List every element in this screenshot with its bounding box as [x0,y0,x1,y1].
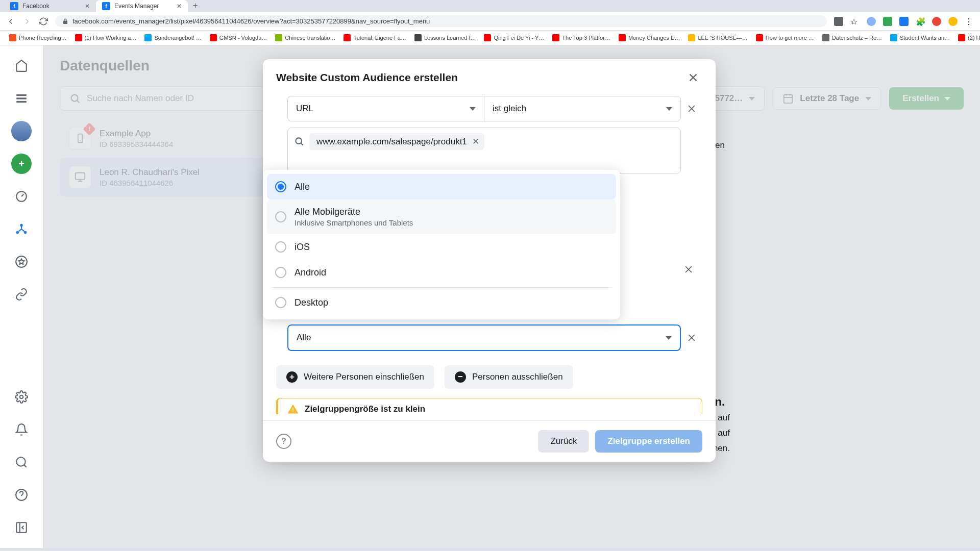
gauge-icon[interactable] [11,186,32,207]
radio-icon [275,297,286,308]
divider [271,287,612,288]
tab-title: Events Manager [114,3,159,10]
include-more-button[interactable]: + Weitere Personen einschließen [276,365,434,389]
url-condition-row: URL ist gleich [287,96,702,121]
close-icon[interactable]: ✕ [177,3,182,10]
warning-banner: ! Zielgruppengröße ist zu klein [276,398,702,414]
radio-icon [275,241,286,253]
extension-icons: ☆ 🧩 ⋮ [834,17,974,26]
help-icon[interactable]: ? [276,434,291,449]
ext-icon[interactable]: ☆ [850,17,860,26]
bookmark-item[interactable]: The Top 3 Platfor… [549,33,614,43]
bookmark-item[interactable]: Money Changes E… [616,33,683,43]
data-sources-icon[interactable] [11,219,32,239]
device-option[interactable]: Alle [267,174,616,199]
chevron-down-icon [470,107,476,111]
exclude-button[interactable]: − Personen ausschließen [445,365,573,389]
remove-condition-button[interactable] [681,104,702,114]
device-option[interactable]: Alle Mobilgeräte Inklusive Smartphones u… [267,199,616,234]
add-button[interactable]: + [11,154,32,174]
help-icon[interactable] [11,485,32,505]
bookmark-item[interactable]: Datenschutz – Re… [819,33,885,43]
modal-header: Website Custom Audience erstellen [263,59,716,96]
bookmark-item[interactable]: Phone Recycling… [6,33,70,43]
bookmark-item[interactable]: LEE 'S HOUSE—… [685,33,750,43]
browser-tab[interactable]: f Facebook ✕ [4,0,96,12]
gear-icon[interactable] [11,387,32,407]
radio-icon [275,211,286,222]
avatar[interactable] [11,121,32,141]
menu-icon[interactable] [11,88,32,109]
modal-footer: ? Zurück Zielgruppe erstellen [263,420,716,462]
ext-icon[interactable] [899,17,909,26]
ext-icon[interactable]: 🧩 [916,17,925,26]
tab-strip: f Facebook ✕ f Events Manager ✕ + [0,0,980,12]
svg-point-5 [16,231,19,234]
bookmark-bar: Phone Recycling…(1) How Working a…Sonder… [0,31,980,45]
bookmark-item[interactable]: Tutorial: Eigene Fa… [340,33,409,43]
bookmark-item[interactable]: Sonderangebot! … [141,33,204,43]
svg-point-30 [296,138,302,144]
custom-audience-modal: Website Custom Audience erstellen URL is… [263,59,716,462]
remove-chip-button[interactable]: ✕ [472,136,479,147]
device-options-popover: Alle Alle Mobilgeräte Inklusive Smartpho… [263,170,620,319]
warning-icon: ! [287,404,299,415]
back-icon[interactable] [6,17,15,26]
url-value-input[interactable]: www.example.com/salespage/produkt1 ✕ [287,128,681,173]
svg-point-4 [20,224,22,227]
ext-icon[interactable] [932,17,941,26]
url-text: facebook.com/events_manager2/list/pixel/… [72,17,430,25]
device-select[interactable]: Alle [287,324,681,351]
bookmark-item[interactable]: (1) How Working a… [72,33,140,43]
bookmark-item[interactable]: Chinese translatio… [272,33,338,43]
bookmark-item[interactable]: How to get more … [753,33,817,43]
browser-chrome: f Facebook ✕ f Events Manager ✕ + facebo… [0,0,980,45]
ext-icon[interactable] [948,17,958,26]
search-icon[interactable] [11,452,32,472]
svg-line-31 [301,143,303,145]
svg-line-10 [24,465,26,467]
modal-title: Website Custom Audience erstellen [276,71,458,84]
svg-point-6 [24,231,27,234]
svg-text:!: ! [292,406,294,413]
plus-icon: + [286,371,298,383]
svg-point-9 [16,457,25,466]
close-icon[interactable]: ✕ [85,3,90,10]
reload-icon[interactable] [39,17,48,26]
device-option[interactable]: Desktop [267,290,616,315]
remove-device-button[interactable] [681,333,702,343]
star-icon[interactable] [11,252,32,272]
ext-icon[interactable] [867,17,876,26]
left-nav-rail: + [0,45,43,548]
url-field-select[interactable]: URL [287,96,484,121]
bookmark-item[interactable]: GMSN - Vologda… [207,33,271,43]
chevron-down-icon [666,107,672,111]
back-button[interactable]: Zurück [538,430,589,453]
bell-icon[interactable] [11,419,32,440]
ext-icon[interactable] [834,17,843,26]
minus-icon: − [455,371,466,383]
link-icon[interactable] [11,284,32,305]
forward-icon[interactable] [22,17,32,26]
bookmark-item[interactable]: Qing Fei De Yi - Y… [481,33,547,43]
close-button[interactable] [684,68,702,87]
operator-select[interactable]: ist gleich [484,96,681,121]
address-bar: facebook.com/events_manager2/list/pixel/… [0,12,980,31]
svg-point-8 [20,395,23,399]
bookmark-item[interactable]: Student Wants an… [887,33,953,43]
url-input[interactable]: facebook.com/events_manager2/list/pixel/… [55,15,827,27]
radio-icon [275,267,286,278]
ext-icon[interactable]: ⋮ [965,17,974,26]
create-audience-button[interactable]: Zielgruppe erstellen [595,430,702,453]
browser-tab[interactable]: f Events Manager ✕ [96,0,188,12]
device-option[interactable]: Android [267,260,616,285]
ext-icon[interactable] [883,17,892,26]
new-tab-button[interactable]: + [188,0,203,12]
home-icon[interactable] [11,56,32,76]
device-option[interactable]: iOS [267,234,616,260]
bookmark-item[interactable]: (2) How To Add A… [955,33,980,43]
collapse-icon[interactable] [11,517,32,538]
url-chip: www.example.com/salespage/produkt1 ✕ [309,133,484,150]
tab-title: Facebook [22,3,50,10]
bookmark-item[interactable]: Lessons Learned f… [411,33,479,43]
